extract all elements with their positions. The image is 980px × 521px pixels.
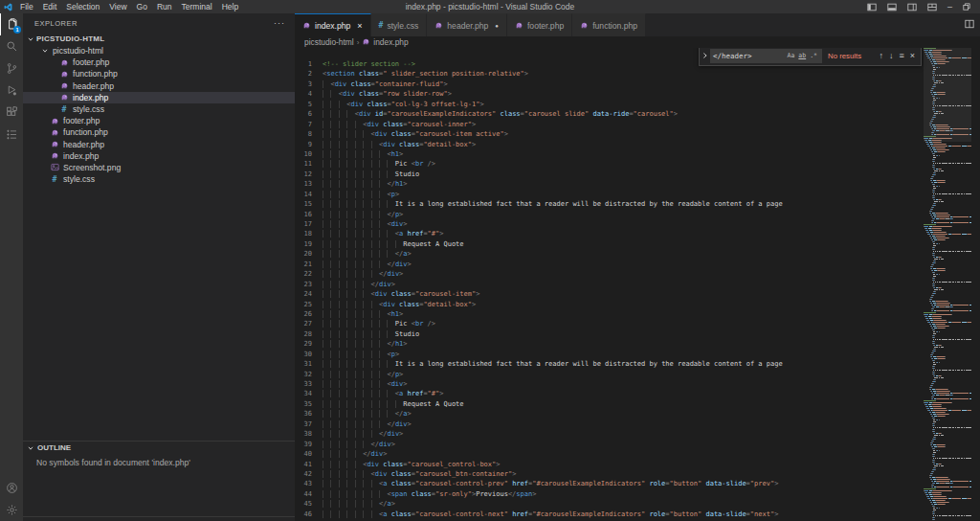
code-line[interactable]: 5 <div class="col-lg-3 offset-lg-1">	[295, 100, 924, 109]
customize-layout-icon[interactable]	[927, 3, 937, 11]
find-in-selection-icon[interactable]: ≡	[899, 51, 903, 60]
code-line[interactable]: 11 Pic <br />	[295, 159, 924, 169]
explorer-icon[interactable]: 1	[0, 13, 23, 35]
settings-gear-icon[interactable]	[0, 499, 23, 521]
code-line[interactable]: 18 <a href="#">	[295, 229, 924, 238]
code-line[interactable]: 10 <h1>	[295, 149, 924, 159]
outline-header[interactable]: OUTLINE	[23, 442, 295, 454]
tree-item-footer.php[interactable]: footer.php	[23, 115, 295, 126]
code-line[interactable]: 4 <div class="row slider-row">	[295, 89, 924, 99]
tab-function.php[interactable]: function.php	[572, 13, 646, 36]
menu-selection[interactable]: Selection	[61, 0, 104, 13]
tree-item-function.php[interactable]: function.php	[23, 126, 295, 138]
tree-item-function.php[interactable]: function.php	[23, 68, 295, 79]
code-line[interactable]: 33 <div>	[295, 379, 924, 389]
tree-item-index.php[interactable]: index.php	[23, 150, 295, 162]
code-line[interactable]: 37 </div>	[295, 419, 924, 429]
code-line[interactable]: 8 <div class="carousel-item active">	[295, 129, 924, 139]
code-line[interactable]: 38 </div>	[295, 429, 924, 439]
code-line[interactable]: 23 </div>	[295, 280, 924, 289]
breadcrumb-file[interactable]: index.php	[373, 37, 408, 47]
timeline-header[interactable]: TIMELINE	[23, 517, 295, 521]
restore-window-icon[interactable]	[963, 3, 970, 11]
menu-edit[interactable]: Edit	[38, 0, 62, 13]
layout-panel-icon[interactable]	[887, 3, 897, 11]
minimap-slider[interactable]	[924, 48, 971, 142]
code-line[interactable]: 29 </h1>	[295, 339, 924, 349]
code-line[interactable]: 14 <p>	[295, 190, 924, 199]
tree-item-Screenshot.png[interactable]: Screenshot.png	[23, 162, 295, 173]
code-line[interactable]: 43 <a class="carousel-control-prev" href…	[295, 479, 924, 488]
code-line[interactable]: 17 <div>	[295, 219, 924, 229]
code-line[interactable]: 12 Studio	[295, 170, 924, 179]
code-line[interactable]: 36 </a>	[295, 409, 924, 419]
code-line[interactable]: 46 <a class="carousel-control-next" href…	[295, 510, 924, 519]
menu-help[interactable]: Help	[217, 0, 243, 13]
breadcrumb-folder[interactable]: picstudio-html	[304, 37, 354, 47]
vertical-scrollbar[interactable]	[971, 48, 980, 521]
menu-file[interactable]: File	[15, 0, 38, 13]
code-line[interactable]: 25 <div class="detail-box">	[295, 300, 924, 309]
code-line[interactable]: 44 <span class="sr-only">Previous</span>	[295, 489, 924, 499]
layout-sidebar-right-icon[interactable]	[907, 3, 917, 11]
code-line[interactable]: 3 <div class="container-fluid">	[295, 79, 924, 89]
code-line[interactable]: 28 Studio	[295, 329, 924, 339]
code-line[interactable]: 35 Request A Quote	[295, 399, 924, 409]
code-line[interactable]: 6 <div id="carouselExampleIndicators" cl…	[295, 109, 924, 119]
split-editor-icon[interactable]	[965, 19, 974, 31]
menu-go[interactable]: Go	[132, 0, 152, 13]
account-icon[interactable]	[0, 477, 23, 499]
tab-style.css[interactable]: #style.css	[371, 13, 428, 36]
menu-run[interactable]: Run	[152, 0, 177, 13]
code-line[interactable]: 9 <div class="detail-box">	[295, 140, 924, 149]
code-line[interactable]: 24 <div class="carousel-item">	[295, 289, 924, 299]
code-line[interactable]: 22 </div>	[295, 269, 924, 279]
code-line[interactable]: 27 Pic <br />	[295, 319, 924, 328]
source-control-icon[interactable]	[0, 57, 23, 79]
tab-index.php[interactable]: index.php×	[295, 13, 371, 36]
list-tree-icon[interactable]	[0, 124, 23, 146]
tab-header.php[interactable]: header.php●	[427, 13, 507, 36]
tree-item-index.php[interactable]: index.php	[23, 92, 295, 103]
code-line[interactable]: 7 <div class="carousel-inner">	[295, 120, 924, 129]
code-line[interactable]: 2<section class=" slider_section positio…	[295, 69, 924, 79]
find-next-icon[interactable]: ↓	[889, 51, 894, 60]
regex-toggle[interactable]: .*	[808, 52, 819, 59]
code-line[interactable]: 15 It is a long established fact that a …	[295, 199, 924, 209]
whole-word-toggle[interactable]: ab	[796, 52, 808, 59]
code-line[interactable]: 20 </a>	[295, 249, 924, 259]
run-and-debug-icon[interactable]	[0, 79, 23, 102]
find-previous-icon[interactable]: ↑	[879, 51, 883, 60]
close-tab-icon[interactable]: ×	[357, 21, 362, 31]
tree-item-picstudio-html[interactable]: picstudio-html	[23, 45, 295, 57]
minimize-window-icon[interactable]: –	[947, 0, 952, 13]
find-input[interactable]: </header> Aa ab .*	[710, 49, 822, 63]
tree-item-style.css[interactable]: #style.css	[23, 173, 295, 185]
layout-sidebar-left-icon[interactable]	[867, 3, 877, 11]
code-line[interactable]: 32 </p>	[295, 370, 924, 379]
code-line[interactable]: 31 It is a long established fact that a …	[295, 359, 924, 369]
tree-item-header.php[interactable]: header.php	[23, 80, 295, 92]
minimap[interactable]	[924, 48, 971, 521]
tree-item-header.php[interactable]: header.php	[23, 139, 295, 150]
views-and-more-actions-icon[interactable]: ···	[274, 18, 295, 28]
modified-dot-icon[interactable]: ●	[495, 23, 499, 29]
workspace-root-row[interactable]: PICSTUDIO-HTML	[23, 33, 295, 45]
tree-item-footer.php[interactable]: footer.php	[23, 57, 295, 68]
code-line[interactable]: 45 </a>	[295, 499, 924, 509]
code-line[interactable]: 21 </div>	[295, 260, 924, 269]
code-line[interactable]: 19 Request A Quote	[295, 239, 924, 249]
extensions-icon[interactable]	[0, 102, 23, 124]
code-line[interactable]: 42 <div class="carousel_btn-container">	[295, 469, 924, 479]
menu-terminal[interactable]: Terminal	[177, 0, 217, 13]
code-line[interactable]: 39 </div>	[295, 440, 924, 449]
code-line[interactable]: 13 </h1>	[295, 179, 924, 189]
menu-view[interactable]: View	[104, 0, 131, 13]
code-line[interactable]: 40 </div>	[295, 449, 924, 459]
tab-footer.php[interactable]: footer.php	[507, 13, 572, 36]
code-line[interactable]: 34 <a href="#">	[295, 389, 924, 398]
close-find-icon[interactable]: ×	[910, 51, 915, 60]
code-line[interactable]: 30 <p>	[295, 350, 924, 359]
code-line[interactable]: 16 </p>	[295, 210, 924, 219]
toggle-replace-chevron-icon[interactable]	[700, 52, 710, 59]
